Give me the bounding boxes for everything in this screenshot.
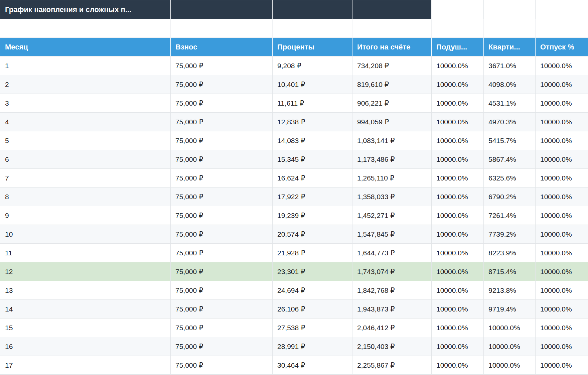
column-header-cushion[interactable]: Подуш... xyxy=(432,38,484,56)
table-cell[interactable]: 10000.0% xyxy=(432,206,484,225)
table-cell[interactable]: 16,624 ₽ xyxy=(273,169,352,188)
table-cell[interactable]: 4970.3% xyxy=(484,113,536,131)
table-cell[interactable]: 19,239 ₽ xyxy=(273,206,352,225)
table-cell[interactable]: 5867.4% xyxy=(484,150,536,169)
table-cell[interactable]: 24,694 ₽ xyxy=(273,281,352,300)
table-cell[interactable]: 906,221 ₽ xyxy=(352,94,432,113)
table-cell[interactable]: 10000.0% xyxy=(432,281,484,300)
table-cell[interactable]: 1 xyxy=(0,56,171,75)
column-header-vacation[interactable]: Отпуск % xyxy=(536,38,588,56)
table-cell[interactable]: 10000.0% xyxy=(536,56,588,75)
table-cell[interactable]: 10000.0% xyxy=(536,75,588,94)
table-cell[interactable]: 1,547,845 ₽ xyxy=(352,225,432,244)
table-cell[interactable]: 5415.7% xyxy=(484,131,536,150)
table-cell[interactable]: 10,401 ₽ xyxy=(273,75,352,94)
table-cell[interactable]: 10000.0% xyxy=(536,300,588,319)
table-cell[interactable]: 10000.0% xyxy=(536,356,588,375)
table-cell[interactable]: 14 xyxy=(0,300,171,319)
table-cell[interactable]: 75,000 ₽ xyxy=(171,300,273,319)
table-cell[interactable]: 75,000 ₽ xyxy=(171,225,273,244)
table-cell[interactable]: 75,000 ₽ xyxy=(171,281,273,300)
table-cell[interactable]: 1,265,110 ₽ xyxy=(352,169,432,188)
table-cell[interactable]: 10000.0% xyxy=(432,337,484,356)
table-cell[interactable]: 75,000 ₽ xyxy=(171,337,273,356)
table-cell[interactable]: 10000.0% xyxy=(432,188,484,206)
table-cell[interactable]: 75,000 ₽ xyxy=(171,150,273,169)
table-cell[interactable]: 21,928 ₽ xyxy=(273,244,352,262)
table-cell[interactable]: 75,000 ₽ xyxy=(171,188,273,206)
table-cell[interactable]: 10000.0% xyxy=(432,75,484,94)
table-cell[interactable]: 10000.0% xyxy=(432,56,484,75)
table-cell[interactable]: 10000.0% xyxy=(432,300,484,319)
table-cell[interactable] xyxy=(432,0,484,19)
table-cell[interactable]: 17 xyxy=(0,356,171,375)
table-cell[interactable]: 1,644,773 ₽ xyxy=(352,244,432,262)
table-cell[interactable]: 2,255,867 ₽ xyxy=(352,356,432,375)
table-cell[interactable]: 15 xyxy=(0,319,171,337)
table-cell[interactable] xyxy=(484,0,536,19)
table-cell[interactable] xyxy=(484,19,536,38)
table-cell[interactable]: 1,358,033 ₽ xyxy=(352,188,432,206)
column-header-interest[interactable]: Проценты xyxy=(273,38,352,56)
table-cell[interactable]: 10000.0% xyxy=(536,131,588,150)
table-cell[interactable]: 75,000 ₽ xyxy=(171,113,273,131)
table-cell[interactable]: 75,000 ₽ xyxy=(171,262,273,281)
table-cell[interactable]: 1,842,768 ₽ xyxy=(352,281,432,300)
table-cell[interactable]: 10000.0% xyxy=(432,225,484,244)
table-cell[interactable]: 10000.0% xyxy=(432,113,484,131)
column-header-month[interactable]: Месяц xyxy=(0,38,171,56)
table-cell[interactable]: 10000.0% xyxy=(536,225,588,244)
table-cell[interactable]: 8223.9% xyxy=(484,244,536,262)
table-cell[interactable]: 10000.0% xyxy=(432,262,484,281)
table-cell[interactable]: 9,208 ₽ xyxy=(273,56,352,75)
table-cell[interactable]: 5 xyxy=(0,131,171,150)
table-cell[interactable]: 10000.0% xyxy=(432,131,484,150)
table-cell[interactable]: 7 xyxy=(0,169,171,188)
table-cell[interactable]: 75,000 ₽ xyxy=(171,206,273,225)
table-cell[interactable]: 10000.0% xyxy=(432,169,484,188)
table-cell[interactable]: 4 xyxy=(0,113,171,131)
table-cell[interactable]: 11 xyxy=(0,244,171,262)
table-cell[interactable] xyxy=(171,0,273,19)
table-cell[interactable]: 10000.0% xyxy=(536,113,588,131)
table-cell[interactable]: 734,208 ₽ xyxy=(352,56,432,75)
table-cell[interactable]: 10000.0% xyxy=(432,150,484,169)
table-cell[interactable] xyxy=(171,19,273,38)
table-cell[interactable] xyxy=(352,0,432,19)
table-cell[interactable]: 8 xyxy=(0,188,171,206)
table-cell[interactable] xyxy=(352,19,432,38)
table-cell[interactable] xyxy=(273,0,352,19)
table-cell[interactable]: 1,083,141 ₽ xyxy=(352,131,432,150)
table-cell[interactable]: 10000.0% xyxy=(536,188,588,206)
table-cell[interactable]: 6 xyxy=(0,150,171,169)
table-cell[interactable]: 75,000 ₽ xyxy=(171,56,273,75)
table-cell[interactable]: 15,345 ₽ xyxy=(273,150,352,169)
table-cell[interactable]: 3 xyxy=(0,94,171,113)
table-cell[interactable]: 6325.6% xyxy=(484,169,536,188)
table-cell[interactable]: 10000.0% xyxy=(536,244,588,262)
table-cell[interactable]: 75,000 ₽ xyxy=(171,319,273,337)
table-cell[interactable]: 1,452,271 ₽ xyxy=(352,206,432,225)
table-cell[interactable]: 30,464 ₽ xyxy=(273,356,352,375)
table-cell[interactable]: 994,059 ₽ xyxy=(352,113,432,131)
table-cell[interactable]: 2,046,412 ₽ xyxy=(352,319,432,337)
table-cell[interactable]: 10000.0% xyxy=(536,281,588,300)
table-cell[interactable]: 6790.2% xyxy=(484,188,536,206)
table-cell[interactable]: 10000.0% xyxy=(484,319,536,337)
table-cell[interactable]: 7739.2% xyxy=(484,225,536,244)
table-cell[interactable]: 4098.0% xyxy=(484,75,536,94)
table-cell[interactable]: 10 xyxy=(0,225,171,244)
table-cell[interactable]: 9213.8% xyxy=(484,281,536,300)
table-cell[interactable]: 3671.0% xyxy=(484,56,536,75)
table-cell[interactable]: 4531.1% xyxy=(484,94,536,113)
table-cell[interactable]: 10000.0% xyxy=(536,206,588,225)
table-cell[interactable]: 2 xyxy=(0,75,171,94)
table-cell[interactable] xyxy=(432,19,484,38)
table-cell[interactable]: 7261.4% xyxy=(484,206,536,225)
table-cell[interactable]: 1,173,486 ₽ xyxy=(352,150,432,169)
column-header-total[interactable]: Итого на счёте xyxy=(352,38,432,56)
table-cell[interactable]: 23,301 ₽ xyxy=(273,262,352,281)
table-cell[interactable]: 75,000 ₽ xyxy=(171,75,273,94)
table-cell[interactable]: 1,743,074 ₽ xyxy=(352,262,432,281)
table-cell[interactable] xyxy=(0,19,171,38)
